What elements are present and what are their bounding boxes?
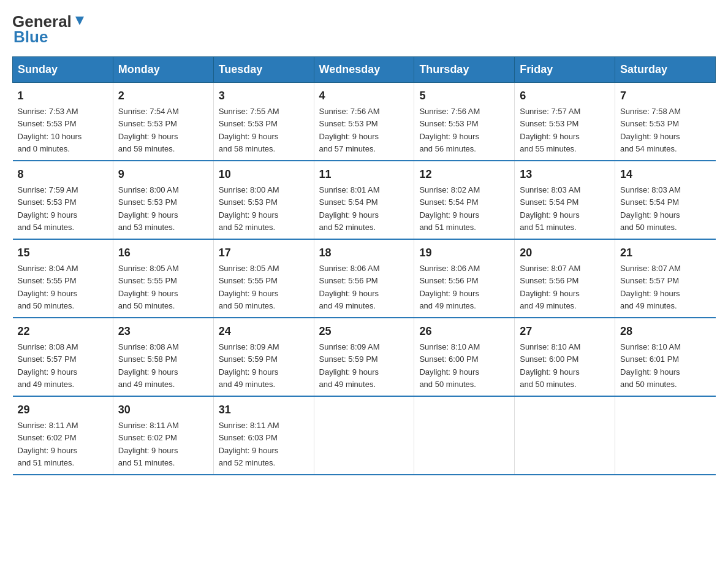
calendar-cell: 16Sunrise: 8:05 AMSunset: 5:55 PMDayligh… — [113, 239, 213, 318]
col-header-saturday: Saturday — [615, 57, 716, 83]
day-number: 4 — [319, 88, 409, 104]
col-header-thursday: Thursday — [414, 57, 515, 83]
calendar-cell: 24Sunrise: 8:09 AMSunset: 5:59 PMDayligh… — [213, 318, 314, 396]
calendar-cell: 22Sunrise: 8:08 AMSunset: 5:57 PMDayligh… — [13, 318, 113, 396]
calendar-cell: 3Sunrise: 7:55 AMSunset: 5:53 PMDaylight… — [213, 83, 314, 161]
cell-info: Sunrise: 8:05 AMSunset: 5:55 PMDaylight:… — [118, 264, 179, 310]
cell-info: Sunrise: 8:06 AMSunset: 5:56 PMDaylight:… — [419, 264, 480, 310]
day-number: 9 — [118, 166, 208, 183]
calendar-cell — [615, 396, 716, 475]
calendar-cell: 21Sunrise: 8:07 AMSunset: 5:57 PMDayligh… — [615, 239, 716, 318]
day-number: 13 — [520, 166, 610, 183]
col-header-sunday: Sunday — [13, 57, 113, 83]
cell-info: Sunrise: 8:11 AMSunset: 6:03 PMDaylight:… — [219, 421, 279, 467]
calendar-cell: 2Sunrise: 7:54 AMSunset: 5:53 PMDaylight… — [113, 83, 213, 161]
cell-info: Sunrise: 8:00 AMSunset: 5:53 PMDaylight:… — [219, 185, 279, 232]
cell-info: Sunrise: 7:57 AMSunset: 5:53 PMDaylight:… — [520, 107, 580, 153]
cell-info: Sunrise: 8:04 AMSunset: 5:55 PMDaylight:… — [18, 264, 78, 310]
day-number: 3 — [219, 88, 309, 104]
day-number: 7 — [620, 88, 710, 104]
calendar-cell: 8Sunrise: 7:59 AMSunset: 5:53 PMDaylight… — [13, 161, 113, 239]
calendar-cell — [314, 396, 414, 475]
col-header-friday: Friday — [515, 57, 615, 83]
logo: General Blue — [12, 12, 86, 47]
cell-info: Sunrise: 8:07 AMSunset: 5:56 PMDaylight:… — [520, 264, 580, 310]
cell-info: Sunrise: 8:00 AMSunset: 5:53 PMDaylight:… — [118, 185, 179, 232]
calendar-cell: 18Sunrise: 8:06 AMSunset: 5:56 PMDayligh… — [314, 239, 414, 318]
cell-info: Sunrise: 7:56 AMSunset: 5:53 PMDaylight:… — [419, 107, 480, 153]
svg-marker-0 — [75, 17, 84, 25]
day-number: 1 — [18, 88, 108, 104]
day-number: 17 — [219, 245, 309, 261]
calendar-cell: 20Sunrise: 8:07 AMSunset: 5:56 PMDayligh… — [515, 239, 615, 318]
calendar-cell — [414, 396, 515, 475]
day-number: 22 — [18, 323, 108, 340]
calendar-cell: 28Sunrise: 8:10 AMSunset: 6:01 PMDayligh… — [615, 318, 716, 396]
calendar-cell: 6Sunrise: 7:57 AMSunset: 5:53 PMDaylight… — [515, 83, 615, 161]
calendar-cell: 26Sunrise: 8:10 AMSunset: 6:00 PMDayligh… — [414, 318, 515, 396]
cell-info: Sunrise: 8:10 AMSunset: 6:00 PMDaylight:… — [419, 342, 480, 389]
col-header-wednesday: Wednesday — [314, 57, 414, 83]
cell-info: Sunrise: 8:06 AMSunset: 5:56 PMDaylight:… — [319, 264, 380, 310]
day-number: 12 — [419, 166, 509, 183]
cell-info: Sunrise: 8:01 AMSunset: 5:54 PMDaylight:… — [319, 185, 380, 232]
calendar-cell: 17Sunrise: 8:05 AMSunset: 5:55 PMDayligh… — [213, 239, 314, 318]
day-number: 24 — [219, 323, 309, 340]
logo-triangle-icon — [73, 14, 86, 28]
day-number: 31 — [219, 402, 309, 418]
calendar-cell: 30Sunrise: 8:11 AMSunset: 6:02 PMDayligh… — [113, 396, 213, 475]
day-number: 10 — [219, 166, 309, 183]
day-number: 16 — [118, 245, 208, 261]
calendar-cell: 29Sunrise: 8:11 AMSunset: 6:02 PMDayligh… — [13, 396, 113, 475]
cell-info: Sunrise: 8:03 AMSunset: 5:54 PMDaylight:… — [620, 185, 681, 232]
calendar-cell: 1Sunrise: 7:53 AMSunset: 5:53 PMDaylight… — [13, 83, 113, 161]
cell-info: Sunrise: 8:10 AMSunset: 6:00 PMDaylight:… — [520, 342, 580, 389]
cell-info: Sunrise: 7:54 AMSunset: 5:53 PMDaylight:… — [118, 107, 179, 153]
day-number: 11 — [319, 166, 409, 183]
calendar-cell: 11Sunrise: 8:01 AMSunset: 5:54 PMDayligh… — [314, 161, 414, 239]
day-number: 19 — [419, 245, 509, 261]
week-row-2: 8Sunrise: 7:59 AMSunset: 5:53 PMDaylight… — [13, 161, 716, 239]
day-number: 18 — [319, 245, 409, 261]
cell-info: Sunrise: 8:05 AMSunset: 5:55 PMDaylight:… — [219, 264, 279, 310]
col-header-monday: Monday — [113, 57, 213, 83]
logo-blue-label: Blue — [12, 28, 48, 47]
cell-info: Sunrise: 7:56 AMSunset: 5:53 PMDaylight:… — [319, 107, 380, 153]
cell-info: Sunrise: 8:09 AMSunset: 5:59 PMDaylight:… — [219, 342, 279, 389]
week-row-1: 1Sunrise: 7:53 AMSunset: 5:53 PMDaylight… — [13, 83, 716, 161]
calendar-cell: 15Sunrise: 8:04 AMSunset: 5:55 PMDayligh… — [13, 239, 113, 318]
cell-info: Sunrise: 7:59 AMSunset: 5:53 PMDaylight:… — [18, 185, 78, 232]
day-number: 23 — [118, 323, 208, 340]
cell-info: Sunrise: 8:11 AMSunset: 6:02 PMDaylight:… — [18, 421, 78, 467]
calendar-cell: 13Sunrise: 8:03 AMSunset: 5:54 PMDayligh… — [515, 161, 615, 239]
cell-info: Sunrise: 8:10 AMSunset: 6:01 PMDaylight:… — [620, 342, 681, 389]
calendar-cell: 23Sunrise: 8:08 AMSunset: 5:58 PMDayligh… — [113, 318, 213, 396]
page-header: General Blue — [12, 12, 716, 47]
day-number: 27 — [520, 323, 610, 340]
calendar-cell — [515, 396, 615, 475]
day-number: 2 — [118, 88, 208, 104]
calendar-header-row: SundayMondayTuesdayWednesdayThursdayFrid… — [13, 57, 716, 83]
day-number: 26 — [419, 323, 509, 340]
calendar-cell: 27Sunrise: 8:10 AMSunset: 6:00 PMDayligh… — [515, 318, 615, 396]
calendar-cell: 10Sunrise: 8:00 AMSunset: 5:53 PMDayligh… — [213, 161, 314, 239]
calendar-cell: 31Sunrise: 8:11 AMSunset: 6:03 PMDayligh… — [213, 396, 314, 475]
calendar-cell: 14Sunrise: 8:03 AMSunset: 5:54 PMDayligh… — [615, 161, 716, 239]
week-row-3: 15Sunrise: 8:04 AMSunset: 5:55 PMDayligh… — [13, 239, 716, 318]
cell-info: Sunrise: 8:11 AMSunset: 6:02 PMDaylight:… — [118, 421, 179, 467]
day-number: 28 — [620, 323, 710, 340]
day-number: 21 — [620, 245, 710, 261]
calendar-cell: 25Sunrise: 8:09 AMSunset: 5:59 PMDayligh… — [314, 318, 414, 396]
day-number: 14 — [620, 166, 710, 183]
cell-info: Sunrise: 7:53 AMSunset: 5:53 PMDaylight:… — [18, 107, 82, 153]
day-number: 6 — [520, 88, 610, 104]
calendar-cell: 12Sunrise: 8:02 AMSunset: 5:54 PMDayligh… — [414, 161, 515, 239]
day-number: 30 — [118, 402, 208, 418]
cell-info: Sunrise: 8:08 AMSunset: 5:58 PMDaylight:… — [118, 342, 179, 389]
cell-info: Sunrise: 7:58 AMSunset: 5:53 PMDaylight:… — [620, 107, 681, 153]
calendar-cell: 4Sunrise: 7:56 AMSunset: 5:53 PMDaylight… — [314, 83, 414, 161]
cell-info: Sunrise: 8:02 AMSunset: 5:54 PMDaylight:… — [419, 185, 480, 232]
calendar-table: SundayMondayTuesdayWednesdayThursdayFrid… — [12, 56, 716, 475]
cell-info: Sunrise: 7:55 AMSunset: 5:53 PMDaylight:… — [219, 107, 279, 153]
day-number: 8 — [18, 166, 108, 183]
